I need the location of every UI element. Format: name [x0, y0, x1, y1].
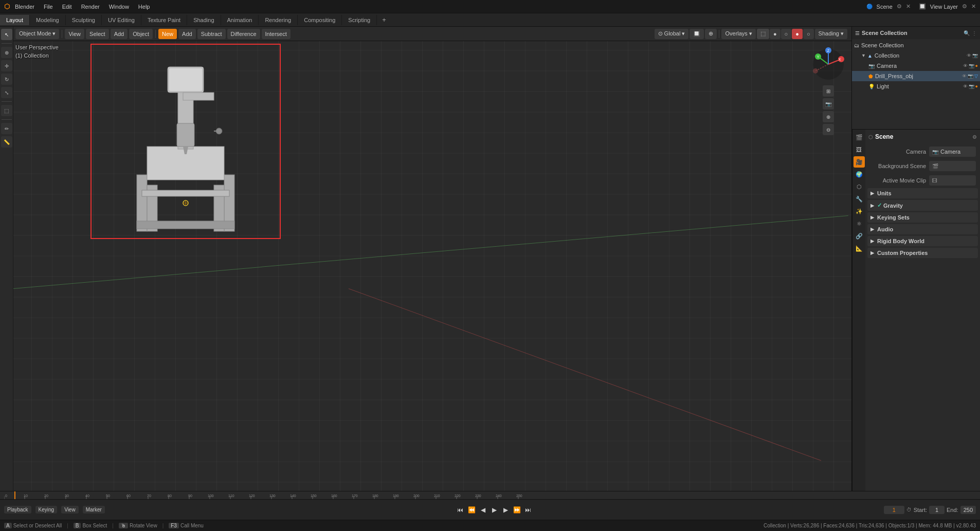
add-workspace-button[interactable]: + — [377, 14, 391, 26]
prop-output-icon[interactable]: 🖼 — [854, 144, 865, 155]
scene-settings-icon[interactable]: ⚙ — [897, 3, 902, 10]
background-scene-value[interactable]: 🎬 — [929, 161, 976, 171]
menu-help[interactable]: Help — [134, 3, 154, 11]
prop-constraints-icon[interactable]: 🔗 — [854, 230, 865, 242]
view-layer-close-icon[interactable]: ✕ — [971, 3, 976, 10]
tab-shading[interactable]: Shading — [187, 15, 221, 25]
playback-menu[interactable]: Playback — [4, 506, 31, 514]
viewport-zoom-in[interactable]: ⊕ — [823, 111, 834, 122]
start-frame-input[interactable]: 1 — [929, 506, 945, 514]
keying-sets-section-header[interactable]: ▶ Keying Sets — [867, 212, 978, 223]
camera-render-toggle[interactable]: 📷 — [969, 63, 974, 68]
tab-modeling[interactable]: Modeling — [30, 15, 66, 25]
outliner-item-drill-press[interactable]: ⬟ Drill_Press_obj 👁 📷 ▽ — [852, 71, 980, 81]
overlays-btn[interactable]: Overlays ▾ — [721, 29, 755, 39]
axis-gizmo[interactable]: X Y Z — [810, 46, 846, 82]
marker-menu[interactable]: Marker — [83, 506, 105, 514]
intersect-boolean-btn[interactable]: Intersect — [262, 29, 291, 39]
object-menu-btn[interactable]: Object — [129, 29, 153, 39]
prev-keyframe-btn[interactable]: ◀ — [478, 505, 487, 515]
camera-props-value[interactable]: 📷 Camera — [929, 147, 976, 157]
outliner-item-camera[interactable]: 📷 Camera 👁 📷 ● — [852, 61, 980, 71]
prop-modifier-icon[interactable]: 🔧 — [854, 193, 865, 205]
tool-rotate[interactable]: ↻ — [1, 74, 12, 85]
current-frame-input[interactable]: 1 — [884, 506, 904, 514]
prop-scene-icon[interactable]: 🎥 — [854, 156, 865, 168]
tool-move[interactable]: ✛ — [1, 60, 12, 71]
tab-compositing[interactable]: Compositing — [298, 15, 342, 25]
outliner-filter-icon[interactable]: 🔍 — [964, 30, 970, 36]
next-keyframe-btn[interactable]: ▶ — [501, 505, 510, 515]
units-section-header[interactable]: ▶ Units — [867, 188, 978, 198]
gravity-section-header[interactable]: ▶ ✓ Gravity — [867, 200, 978, 211]
proportional-edit[interactable]: ⊕ — [705, 29, 717, 39]
jump-to-start-btn[interactable]: ⏮ — [456, 505, 465, 515]
menu-edit[interactable]: Edit — [58, 3, 76, 11]
outliner-item-scene-collection[interactable]: 🗂 Scene Collection — [852, 40, 980, 50]
mesh-render-toggle[interactable]: 📷 — [968, 74, 973, 79]
menu-file[interactable]: File — [40, 3, 57, 11]
tool-annotate[interactable]: ✏ — [1, 123, 12, 134]
end-frame-input[interactable]: 250 — [960, 506, 976, 514]
menu-window[interactable]: Window — [105, 3, 133, 11]
audio-section-header[interactable]: ▶ Audio — [867, 224, 978, 234]
light-view-toggle[interactable]: 👁 — [963, 84, 968, 89]
new-boolean-btn[interactable]: New — [158, 29, 177, 39]
light-render-toggle[interactable]: 📷 — [969, 84, 974, 89]
rigid-body-world-section-header[interactable]: ▶ Rigid Body World — [867, 236, 978, 246]
view-layer-settings-icon[interactable]: ⚙ — [962, 3, 967, 10]
object-mode-dropdown[interactable]: Object Mode ▾ — [15, 29, 59, 39]
outliner-menu-icon[interactable]: ⋮ — [972, 30, 977, 36]
menu-render[interactable]: Render — [77, 3, 104, 11]
props-header-icon-right[interactable]: ⚙ — [972, 134, 977, 140]
custom-properties-section-header[interactable]: ▶ Custom Properties — [867, 248, 978, 258]
tab-scripting[interactable]: Scripting — [342, 15, 377, 25]
keying-menu[interactable]: Keying — [35, 506, 58, 514]
prop-world-icon[interactable]: 🌍 — [854, 169, 865, 180]
tab-layout[interactable]: Layout — [0, 15, 30, 25]
tab-animation[interactable]: Animation — [221, 15, 259, 25]
prop-data-icon[interactable]: 📐 — [854, 243, 865, 254]
prop-physics-icon[interactable]: ⚛ — [854, 218, 865, 229]
tab-texture-paint[interactable]: Texture Paint — [141, 15, 187, 25]
difference-boolean-btn[interactable]: Difference — [227, 29, 260, 39]
tab-sculpting[interactable]: Sculpting — [66, 15, 102, 25]
viewport-3d[interactable]: User Perspective (1) Collection — [13, 41, 851, 491]
next-frame-btn[interactable]: ⏩ — [512, 505, 521, 515]
add-boolean-btn[interactable]: Add — [178, 29, 196, 39]
shading-rendered[interactable]: ● — [792, 29, 803, 39]
viewport-numpad-persp[interactable]: ⊞ — [823, 85, 834, 97]
select-menu-btn[interactable]: Select — [86, 29, 109, 39]
scene-close-icon[interactable]: ✕ — [906, 3, 911, 10]
prop-object-icon[interactable]: ⬡ — [854, 181, 865, 192]
subtract-boolean-btn[interactable]: Subtract — [197, 29, 226, 39]
tool-scale[interactable]: ⤡ — [1, 87, 12, 98]
prop-render-icon[interactable]: 🎬 — [854, 132, 865, 143]
mesh-view-toggle[interactable]: 👁 — [962, 74, 967, 79]
gravity-checkbox[interactable]: ✓ — [877, 202, 882, 209]
collection-render-toggle[interactable]: 📷 — [972, 53, 978, 58]
view-menu-timeline[interactable]: View — [61, 506, 79, 514]
shading-solid[interactable]: ● — [770, 29, 781, 39]
tab-rendering[interactable]: Rendering — [259, 15, 298, 25]
xray-toggle[interactable]: ⬚ — [757, 29, 769, 39]
shading-dropdown[interactable]: Shading ▾ — [815, 29, 847, 39]
add-menu-btn[interactable]: Add — [111, 29, 128, 39]
jump-to-end-btn[interactable]: ⏭ — [523, 505, 533, 515]
outliner-item-collection[interactable]: ▼ ▲ Collection 👁 📷 — [852, 50, 980, 61]
collection-view-toggle[interactable]: 👁 — [967, 53, 971, 58]
outliner-item-light[interactable]: 💡 Light 👁 📷 ● — [852, 81, 980, 91]
tool-cursor[interactable]: ⊕ — [1, 47, 12, 58]
prop-particles-icon[interactable]: ✨ — [854, 206, 865, 217]
viewport-transform-pivot[interactable]: ⊙ Global ▾ — [655, 29, 689, 39]
shading-eevee[interactable]: ○ — [803, 29, 814, 39]
active-movie-clip-value[interactable]: 🎞 — [929, 175, 976, 186]
viewport-zoom-out[interactable]: ⊖ — [823, 124, 834, 135]
tool-measure[interactable]: 📏 — [1, 136, 12, 148]
tool-transform[interactable]: ⬚ — [1, 105, 12, 116]
view-menu-btn[interactable]: View — [65, 29, 84, 39]
viewport-view-camera[interactable]: 📷 — [823, 98, 834, 109]
tab-uv-editing[interactable]: UV Editing — [102, 15, 141, 25]
snap-toggle[interactable]: 🔲 — [689, 29, 704, 39]
tool-select[interactable]: ↖ — [1, 29, 12, 40]
